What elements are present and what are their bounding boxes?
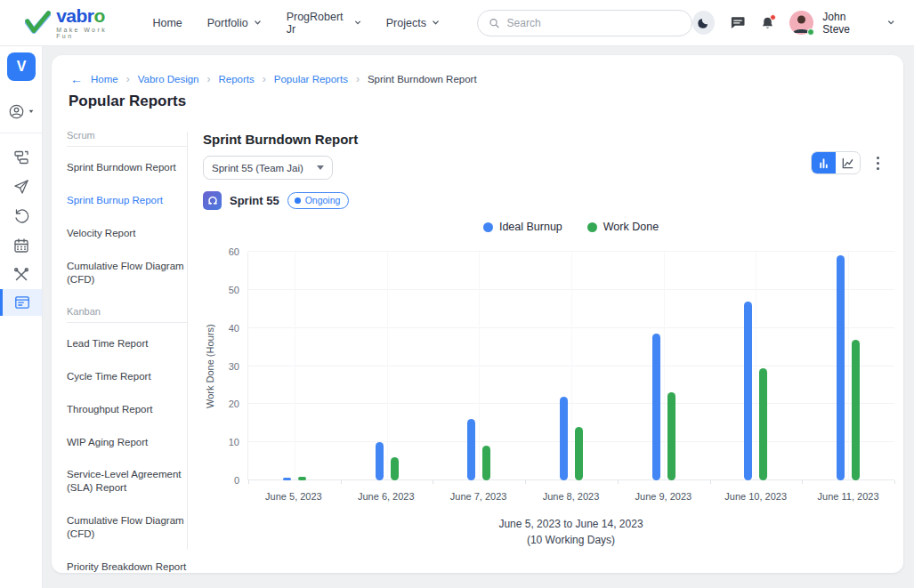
calendar-icon	[12, 237, 30, 254]
report-nav-item-wip-aging-report[interactable]: WIP Aging Report	[67, 436, 188, 449]
chevron-down-icon	[254, 19, 262, 27]
report-nav-item-lead-time-report[interactable]: Lead Time Report	[67, 337, 188, 350]
panel-section-kanban: KanbanLead Time ReportCycle Time ReportT…	[67, 306, 188, 588]
report-nav-item-sprint-burnup-report[interactable]: Sprint Burnup Report	[67, 194, 188, 207]
search-input[interactable]	[507, 17, 682, 29]
breadcrumb-link-vabro-design[interactable]: Vabro Design	[138, 74, 199, 85]
nav-link-progrobert-jr[interactable]: ProgRobert Jr	[287, 11, 361, 36]
chart-controls	[811, 151, 884, 174]
brand-tagline: Make Work Fun	[56, 27, 125, 39]
legend-dot	[483, 222, 493, 232]
y-axis-tick-label: 60	[211, 246, 239, 257]
status-dot	[295, 197, 301, 204]
sprint-selector-dropdown[interactable]: Sprint 55 (Team Jai)	[203, 156, 333, 180]
messages-button[interactable]	[729, 15, 746, 30]
report-nav-item-cumulative-flow-diagram-cfd[interactable]: Cumulative Flow Diagram (CFD)	[67, 260, 188, 286]
bar-ideal-burnup	[560, 397, 568, 480]
report-nav-item-cumulative-flow-diagram-cfd[interactable]: Cumulative Flow Diagram (CFD)	[67, 514, 188, 541]
report-nav-item-sprint-burndown-report[interactable]: Sprint Burndown Report	[67, 161, 188, 174]
x-axis-tick	[341, 480, 342, 484]
dark-mode-toggle[interactable]	[692, 11, 715, 35]
breadcrumb-separator: ›	[263, 73, 266, 85]
sprint-selector-value: Sprint 55 (Team Jai)	[212, 163, 303, 173]
y-axis-tick-label: 10	[211, 437, 239, 447]
notifications-button[interactable]	[760, 15, 775, 31]
rail-user-menu[interactable]	[0, 93, 42, 129]
app-window: vabro Make Work Fun HomePortfolioProgRob…	[0, 0, 914, 588]
rail-item-history[interactable]	[0, 201, 42, 230]
legend-item-work-done[interactable]: Work Done	[587, 221, 659, 233]
bar-group-june-9-2023	[652, 334, 675, 480]
bar-group-june-8-2023	[560, 397, 583, 480]
rail-item-send[interactable]	[0, 172, 42, 201]
x-axis-label: June 5, 2023	[265, 491, 322, 502]
user-menu-caret-icon[interactable]	[887, 19, 894, 27]
chart-type-toggle	[811, 151, 861, 174]
bar-group-june-5-2023	[283, 477, 306, 480]
rail-item-tools[interactable]	[0, 260, 42, 289]
report-nav-panel: ScrumSprint Burndown ReportSprint Burnup…	[67, 130, 188, 588]
bar-work-done	[852, 340, 860, 480]
app-tile[interactable]: V	[7, 52, 36, 81]
line-chart-button[interactable]	[836, 152, 860, 173]
caret-down-icon	[28, 108, 35, 115]
panel-divider	[187, 132, 188, 550]
workflow-icon	[12, 149, 30, 166]
nav-link-label: Portfolio	[207, 17, 248, 29]
person-icon	[8, 103, 25, 120]
report-nav-item-throughput-report[interactable]: Throughput Report	[67, 403, 188, 416]
nav-link-projects[interactable]: Projects	[386, 17, 440, 29]
x-axis-label: June 6, 2023	[358, 491, 415, 502]
bar-group-june-11-2023	[837, 255, 860, 480]
x-axis-label: June 8, 2023	[543, 491, 600, 502]
sprint-row: Sprint 55 Ongoing	[203, 190, 894, 210]
report-nav-item-service-level-agreement-sla-report[interactable]: Service-Level Agreement (SLA) Report	[67, 468, 188, 495]
x-axis-tick	[618, 480, 619, 484]
bar-work-done	[298, 477, 306, 480]
x-axis-tick	[248, 480, 249, 484]
x-axis-label: June 10, 2023	[724, 491, 787, 502]
reports-icon	[13, 294, 31, 311]
user-avatar[interactable]	[789, 11, 813, 35]
breadcrumb-link-popular-reports[interactable]: Popular Reports	[274, 74, 348, 85]
rail-item-calendar[interactable]	[0, 230, 42, 260]
nav-link-portfolio[interactable]: Portfolio	[207, 17, 262, 29]
breadcrumb-separator: ›	[126, 73, 130, 85]
legend-item-ideal-burnup[interactable]: Ideal Burnup	[483, 221, 562, 233]
main-card: ← Home›Vabro Design›Reports›Popular Repo…	[52, 55, 903, 573]
breadcrumb-link-home[interactable]: Home	[91, 74, 118, 85]
user-name[interactable]: John Steve	[822, 11, 872, 36]
chart-caption: June 5, 2023 to June 14, 2023 (10 Workin…	[247, 516, 894, 548]
x-axis-tick	[433, 480, 433, 484]
bar-group-june-7-2023	[467, 419, 490, 480]
bar-group-june-10-2023	[744, 302, 767, 480]
chart-legend: Ideal BurnupWork Done	[247, 219, 894, 235]
rail-item-reports[interactable]	[0, 289, 42, 316]
messages-icon	[729, 15, 746, 30]
online-status-dot	[807, 28, 814, 36]
rail-divider	[0, 133, 42, 133]
nav-link-home[interactable]: Home	[152, 17, 182, 29]
rail-item-workflow[interactable]	[0, 142, 42, 172]
top-navbar: vabro Make Work Fun HomePortfolioProgRob…	[0, 0, 914, 46]
bar-ideal-burnup	[376, 442, 384, 480]
report-nav-item-cycle-time-report[interactable]: Cycle Time Report	[67, 370, 188, 383]
back-arrow-icon[interactable]: ←	[70, 73, 83, 85]
left-rail: V	[0, 46, 43, 588]
breadcrumb-link-reports[interactable]: Reports	[219, 74, 255, 85]
more-options-button[interactable]	[872, 153, 884, 173]
y-axis-tick-label: 20	[211, 399, 239, 409]
breadcrumb-links: Home›Vabro Design›Reports›Popular Report…	[91, 73, 360, 85]
x-axis-label: June 7, 2023	[450, 491, 507, 502]
search-box[interactable]	[477, 10, 692, 36]
report-nav-item-priority-breakdown-report[interactable]: Priority Breakdown Report	[67, 560, 188, 574]
chart-plot-area: Work Done (Hours) 0102030405060	[247, 252, 894, 480]
notification-dot	[770, 14, 776, 20]
vabro-logo[interactable]: vabro Make Work Fun	[25, 6, 125, 39]
bar-chart-button[interactable]	[812, 152, 836, 173]
x-axis-label: June 11, 2023	[818, 491, 879, 502]
report-nav-item-velocity-report[interactable]: Velocity Report	[67, 227, 188, 240]
bar-work-done	[391, 457, 399, 480]
logo-check-icon	[25, 11, 51, 35]
breadcrumb: ← Home›Vabro Design›Reports›Popular Repo…	[70, 73, 477, 85]
